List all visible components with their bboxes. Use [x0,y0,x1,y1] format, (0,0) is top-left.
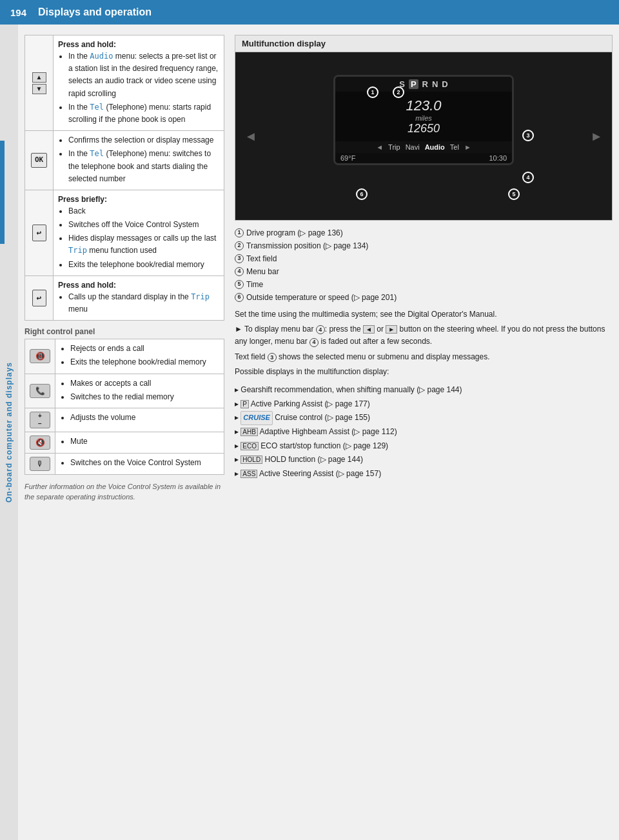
display-item-4: ▸ AHB Adaptive Highbeam Assist (▷ page 1… [235,425,613,439]
circle-5: 5 [235,280,244,289]
footnote: Further information on the Voice Control… [25,481,224,503]
table-row: 📞 Makes or accepts a call Switches to th… [25,374,224,408]
table-row: ↩ Press and hold: Calls up the standard … [25,275,224,320]
annotation-4: 4 Menu bar [235,266,613,277]
dash-menu-bar: ◄ Trip Navi Audio Tel ► [335,141,512,153]
table-row: 🔇 Mute [25,432,224,453]
annotation-3: 3 Text field [235,253,613,265]
arrow-down-icon: ▼ [32,84,46,94]
multifunction-title: Multifunction display [235,35,612,52]
function-description: Press briefly: Back Switches off the Voi… [54,190,224,275]
list-item: Confirms the selection or display messag… [68,134,219,146]
sidebar-accent-bar [0,141,5,244]
cruise-badge: CRUISE [241,411,273,425]
icon-cell: 📵 [25,339,55,374]
annotations-list: 1 Drive program (▷ page 136) 2 Transmiss… [235,227,613,303]
right-arrow-button: ► [590,129,603,144]
annot-circle-5: 5 [508,188,520,200]
list-item: Hides display messages or calls up the l… [68,232,219,257]
gear-d: D [442,79,447,89]
body-text-2: ► To display menu bar 4: press the ◄ or … [235,323,613,348]
trip-menu-ref2: Trip [191,292,210,301]
annotation-6-text: Outside temperature or speed (▷ page 201… [246,292,397,303]
icon-cell: 📞 [25,374,55,408]
annot-circle-1: 1 [367,86,378,98]
table-row: 🎙 Switches on the Voice Control System [25,453,224,474]
voice-control-icon: 🎙 [30,457,50,471]
icon-cell: ↩ [25,275,54,320]
left-column: ▲ ▼ Press and hold: In the Audio menu: s… [25,35,224,834]
icon-cell: 🎙 [25,453,55,474]
list-item: Adjusts the volume [70,412,219,424]
back-button-icon: ↩ [32,225,46,241]
gear-r: R [422,79,428,89]
dash-bottom-bar: 69°F 10:30 [335,153,512,163]
function-description: Makes or accepts a call Switches to the … [55,374,224,408]
main-content: ▲ ▼ Press and hold: In the Audio menu: s… [18,25,619,840]
gear-n: N [432,79,438,89]
reject-call-icon: 📵 [30,349,50,363]
odometer-value: 12650 [408,122,440,135]
annot-circle-6: 6 [356,188,368,200]
table-row: ▲ ▼ Press and hold: In the Audio menu: s… [25,35,224,131]
display-item-1: ▸ Gearshift recommendation, when shiftin… [235,383,613,397]
gear-bar: S P R N D [335,77,512,92]
menu-audio: Audio [425,143,445,151]
gear-p-active: P [409,79,418,89]
temperature-display: 69°F [340,154,355,162]
display-item-2: ▸ P Active Parking Assist (▷ page 177) [235,397,613,412]
annotation-2: 2 Transmission position (▷ page 134) [235,240,613,252]
tel-menu-ref: Tel [90,149,104,158]
display-items-list: ▸ Gearshift recommendation, when shiftin… [235,383,613,481]
list-item: Calls up the standard display in the Tri… [68,291,219,315]
page-title: Displays and operation [38,6,152,18]
page-layout: On-board computer and displays ▲ ▼ [0,25,619,840]
function-description: Mute [55,432,224,453]
press-hold-label: Press and hold: [58,40,116,49]
function-description: Rejects or ends a call Exits the telepho… [55,339,224,374]
annotation-1: 1 Drive program (▷ page 136) [235,227,613,239]
menu-navi: Navi [406,143,420,151]
table-row: ↩ Press briefly: Back Switches off the V… [25,190,224,275]
page-number: 194 [10,7,26,18]
display-item-3: ▸ CRUISE Cruise control (▷ page 155) [235,411,613,425]
time-display: 10:30 [489,154,507,162]
body-text-1: Set the time using the multimedia system… [235,308,613,321]
tel-menu-label: Tel [90,103,104,112]
list-item: In the Tel (Telephone) menu: switches to… [68,148,219,185]
sidebar: On-board computer and displays [0,25,18,840]
miles-value: 123.0 [406,97,441,114]
list-item: In the Audio menu: selects a pre-set lis… [68,50,219,100]
list-item: Rejects or ends a call [70,343,219,355]
body-text-4: Possible displays in the multifunction d… [235,366,613,378]
function-description: Adjusts the volume [55,408,224,432]
icon-cell: + − [25,408,55,432]
list-item: Makes or accepts a call [70,377,219,390]
ok-button-icon: OK [31,153,47,168]
table-row: + − Adjusts the volume [25,408,224,432]
main-display-area: 123.0 miles 12650 [406,92,441,141]
list-item: Exits the telephone book/redial memory [70,356,219,368]
table-row: 📵 Rejects or ends a call Exits the telep… [25,339,224,374]
function-table: ▲ ▼ Press and hold: In the Audio menu: s… [25,35,224,321]
annot-circle-3: 3 [522,130,534,141]
list-item: Switches to the redial memory [70,391,219,403]
menu-tel: Tel [450,143,459,151]
trip-menu-ref: Trip [68,246,87,255]
function-description: Press and hold: Calls up the standard di… [54,275,224,320]
function-description: Switches on the Voice Control System [55,453,224,474]
accept-call-icon: 📞 [30,384,50,398]
annotation-1-text: Drive program (▷ page 136) [246,227,343,239]
circle-1: 1 [235,228,244,237]
annot-circle-4: 4 [522,172,534,183]
dashboard-display: S P R N D 123.0 miles 12650 [304,62,543,210]
list-item: In the Tel (Telephone) menu: starts rapi… [68,101,219,126]
display-item-6: ▸ HOLD HOLD function (▷ page 144) [235,453,613,467]
right-control-panel-table: 📵 Rejects or ends a call Exits the telep… [25,339,224,475]
press-briefly-label: Press briefly: [58,195,107,204]
list-item: Back [68,205,219,217]
display-item-5: ▸ ECO ECO start/stop function (▷ page 12… [235,439,613,454]
icon-cell: 🔇 [25,432,55,453]
body-text-3: Text field 3 shows the selected menu or … [235,351,613,363]
list-item: Exits the telephone book/redial memory [68,259,219,271]
